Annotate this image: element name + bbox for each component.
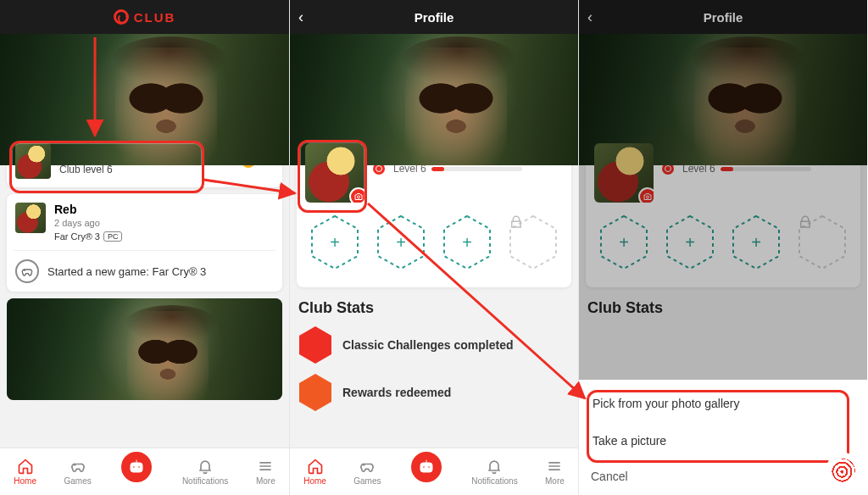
controller-icon — [15, 259, 39, 283]
stat-row: 2 Classic Challenges completed — [298, 325, 570, 364]
feed-avatar — [15, 203, 46, 233]
club-stats-title: Club Stats — [298, 299, 570, 317]
svg-point-2 — [138, 465, 141, 468]
screen-home: CLUB Reb Club level 6 U 10 — [0, 0, 289, 495]
svg-rect-0 — [131, 463, 142, 472]
stat-hex-icon: 2 — [298, 325, 332, 364]
tab-home[interactable]: Home — [14, 458, 36, 486]
tab-home[interactable]: Home — [303, 458, 326, 486]
sam-icon — [126, 457, 147, 477]
games-icon — [359, 458, 376, 475]
feed-author: Reb — [54, 203, 122, 216]
tab-more[interactable]: More — [256, 458, 275, 486]
tab-notifications[interactable]: Notifications — [182, 458, 228, 486]
back-button[interactable]: ‹ — [298, 8, 303, 26]
club-logo: CLUB — [114, 9, 176, 25]
svg-marker-4 — [312, 216, 358, 269]
badge-slot-add[interactable]: + — [376, 214, 426, 270]
activity-text: Started a new game: Far Cry® 3 — [47, 265, 206, 278]
svg-rect-10 — [420, 463, 432, 472]
club-stats-section: Club Stats 2 Classic Challenges complete… — [297, 299, 571, 412]
svg-point-12 — [428, 465, 431, 468]
screen-profile-sheet: ‹ Profile Reb Level 6 — [578, 0, 867, 495]
screen-profile: ‹ Profile Reb Level 6 — [289, 0, 578, 495]
home-icon — [17, 458, 34, 475]
home-icon — [307, 458, 324, 475]
badge-slot-locked — [509, 214, 558, 270]
svg-point-1 — [133, 465, 136, 468]
feed-time: 2 days ago — [54, 218, 122, 228]
tabbar: Home Games Notifications More — [0, 448, 289, 495]
svg-point-3 — [358, 196, 360, 198]
avatar[interactable] — [15, 143, 51, 179]
tab-sam[interactable] — [119, 449, 154, 485]
svg-marker-8 — [299, 326, 331, 364]
watermark-icon — [826, 453, 861, 488]
games-icon — [70, 458, 86, 475]
stat-row: 0 Rewards redeemed — [298, 373, 570, 412]
stat-label: Rewards redeemed — [342, 386, 451, 399]
camera-badge-icon[interactable] — [349, 187, 364, 203]
svg-marker-9 — [299, 374, 331, 411]
activity-media-preview[interactable] — [7, 298, 282, 400]
menu-icon — [546, 458, 563, 475]
brand-text: CLUB — [134, 10, 176, 25]
tab-sam[interactable] — [409, 449, 444, 485]
photo-action-sheet: Pick from your photo gallery Take a pict… — [579, 380, 867, 495]
sheet-cancel[interactable]: Cancel — [591, 459, 855, 483]
profile-title: Profile — [415, 10, 454, 25]
home-topbar: CLUB — [0, 0, 289, 34]
profile-topbar: ‹ Profile — [290, 0, 578, 34]
sam-icon — [416, 457, 437, 477]
tabbar: Home Games Notifications More — [290, 448, 578, 495]
feed-game: Far Cry® 3 — [54, 231, 100, 242]
bell-icon — [197, 458, 214, 475]
tab-games[interactable]: Games — [64, 458, 92, 486]
badge-slot-add[interactable]: + — [310, 214, 359, 270]
svg-point-11 — [423, 465, 426, 468]
xp-bar — [431, 167, 523, 171]
svg-marker-5 — [378, 216, 424, 269]
tab-notifications[interactable]: Notifications — [471, 458, 517, 486]
stat-hex-icon: 0 — [298, 373, 332, 412]
lock-icon — [509, 214, 524, 230]
badge-slot-add[interactable]: + — [442, 214, 492, 270]
platform-badge: PC — [103, 231, 123, 242]
activity-card[interactable]: Reb 2 days ago Far Cry® 3 PC Started a n… — [7, 194, 282, 292]
sheet-option-gallery[interactable]: Pick from your photo gallery — [591, 385, 855, 422]
sheet-option-camera[interactable]: Take a picture — [591, 422, 855, 459]
bell-icon — [486, 458, 503, 475]
badge-slots: + + + — [305, 203, 563, 279]
svg-marker-6 — [444, 216, 490, 269]
menu-icon — [257, 458, 274, 475]
stat-label: Classic Challenges completed — [342, 338, 514, 352]
tab-games[interactable]: Games — [353, 458, 381, 486]
tab-more[interactable]: More — [545, 458, 565, 486]
avatar-editable[interactable] — [305, 143, 364, 203]
ubisoft-swirl-icon — [114, 9, 129, 25]
